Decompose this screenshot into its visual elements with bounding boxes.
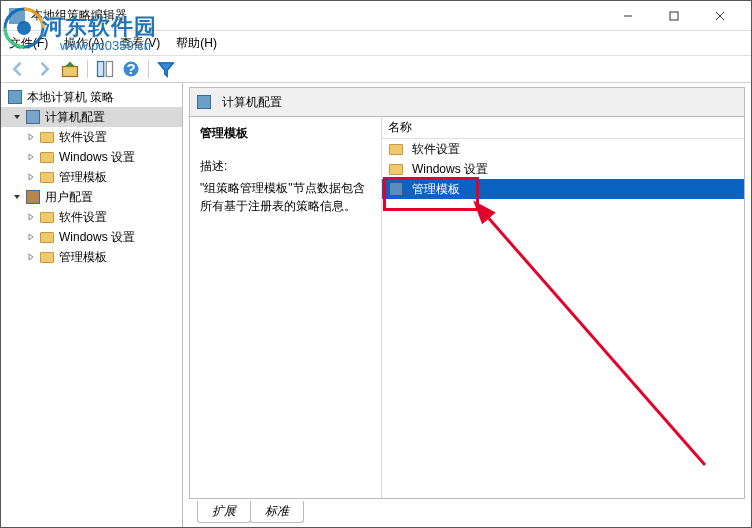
- folder-icon: [39, 169, 55, 185]
- menu-view[interactable]: 查看(V): [120, 35, 160, 52]
- folder-icon: [388, 161, 404, 177]
- header-title: 计算机配置: [222, 94, 282, 111]
- svg-rect-1: [670, 12, 678, 20]
- window-title: 本地组策略编辑器: [31, 7, 605, 24]
- menu-help[interactable]: 帮助(H): [176, 35, 217, 52]
- tree-label: 本地计算机 策略: [27, 89, 114, 106]
- tree-item[interactable]: 软件设置: [1, 207, 182, 227]
- description-label: 描述:: [200, 158, 371, 175]
- chevron-right-icon[interactable]: [25, 231, 37, 243]
- tree-user-config[interactable]: 用户配置: [1, 187, 182, 207]
- svg-text:?: ?: [126, 60, 135, 77]
- list-item[interactable]: 软件设置: [382, 139, 744, 159]
- tree-label: Windows 设置: [59, 149, 135, 166]
- tab-extended[interactable]: 扩展: [197, 501, 251, 523]
- tree-computer-config[interactable]: 计算机配置: [1, 107, 182, 127]
- toolbar-separator: [87, 60, 88, 78]
- list-item[interactable]: Windows 设置: [382, 159, 744, 179]
- toolbar-separator: [148, 60, 149, 78]
- tree-label: 计算机配置: [45, 109, 105, 126]
- back-button[interactable]: [7, 58, 29, 80]
- up-button[interactable]: [59, 58, 81, 80]
- app-icon: [9, 8, 25, 24]
- menu-action[interactable]: 操作(A): [64, 35, 104, 52]
- computer-icon: [196, 94, 212, 110]
- description-text: "组策略管理模板"节点数据包含所有基于注册表的策略信息。: [200, 179, 371, 215]
- item-label: 软件设置: [412, 141, 460, 158]
- tree-label: 软件设置: [59, 209, 107, 226]
- folder-icon: [39, 149, 55, 165]
- item-label: 管理模板: [412, 181, 460, 198]
- tree-label: 管理模板: [59, 249, 107, 266]
- pane-title: 管理模板: [200, 125, 371, 142]
- tree-item[interactable]: 管理模板: [1, 167, 182, 187]
- tree-item[interactable]: 软件设置: [1, 127, 182, 147]
- tab-standard[interactable]: 标准: [250, 501, 304, 523]
- folder-icon: [39, 209, 55, 225]
- tree-item[interactable]: Windows 设置: [1, 147, 182, 167]
- navigation-tree[interactable]: 本地计算机 策略 计算机配置 软件设置 Windows 设置: [1, 83, 183, 527]
- tree-item[interactable]: 管理模板: [1, 247, 182, 267]
- items-list[interactable]: 软件设置 Windows 设置 管理模板: [382, 139, 744, 498]
- chevron-right-icon[interactable]: [25, 171, 37, 183]
- chevron-right-icon[interactable]: [25, 131, 37, 143]
- maximize-button[interactable]: [651, 2, 697, 30]
- svg-rect-4: [63, 67, 78, 77]
- column-header-name[interactable]: 名称: [382, 117, 744, 139]
- minimize-button[interactable]: [605, 2, 651, 30]
- close-button[interactable]: [697, 2, 743, 30]
- chevron-right-icon[interactable]: [25, 251, 37, 263]
- chevron-right-icon[interactable]: [25, 211, 37, 223]
- svg-rect-5: [98, 62, 104, 77]
- content-header: 计算机配置: [189, 87, 745, 117]
- item-label: Windows 设置: [412, 161, 488, 178]
- folder-icon: [388, 141, 404, 157]
- svg-rect-6: [106, 62, 112, 77]
- tree-item[interactable]: Windows 设置: [1, 227, 182, 247]
- folder-icon: [39, 229, 55, 245]
- filter-button[interactable]: [155, 58, 177, 80]
- help-button[interactable]: ?: [120, 58, 142, 80]
- chevron-right-icon[interactable]: [25, 151, 37, 163]
- tree-label: 用户配置: [45, 189, 93, 206]
- template-icon: [388, 181, 404, 197]
- tree-label: 软件设置: [59, 129, 107, 146]
- folder-icon: [39, 249, 55, 265]
- chevron-down-icon[interactable]: [11, 111, 23, 123]
- menu-file[interactable]: 文件(F): [9, 35, 48, 52]
- forward-button[interactable]: [33, 58, 55, 80]
- description-pane: 管理模板 描述: "组策略管理模板"节点数据包含所有基于注册表的策略信息。: [190, 117, 382, 498]
- tree-root[interactable]: 本地计算机 策略: [1, 87, 182, 107]
- tree-label: Windows 设置: [59, 229, 135, 246]
- show-hide-tree-button[interactable]: [94, 58, 116, 80]
- user-icon: [25, 189, 41, 205]
- folder-icon: [39, 129, 55, 145]
- computer-icon: [25, 109, 41, 125]
- tree-label: 管理模板: [59, 169, 107, 186]
- chevron-down-icon[interactable]: [11, 191, 23, 203]
- list-item-selected[interactable]: 管理模板: [382, 179, 744, 199]
- policy-icon: [7, 89, 23, 105]
